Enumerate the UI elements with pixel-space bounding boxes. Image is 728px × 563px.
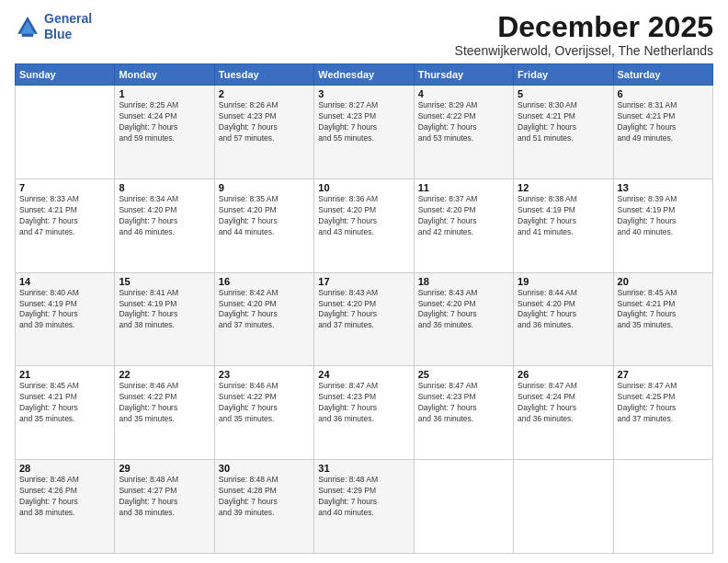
calendar-cell: 2Sunrise: 8:26 AMSunset: 4:23 PMDaylight… [214, 86, 313, 179]
calendar-cell: 23Sunrise: 8:46 AMSunset: 4:22 PMDayligh… [214, 366, 313, 460]
day-number: 24 [318, 369, 409, 380]
day-number: 8 [119, 182, 210, 193]
calendar-body: 1Sunrise: 8:25 AMSunset: 4:24 PMDaylight… [16, 86, 713, 554]
header-row: Sunday Monday Tuesday Wednesday Thursday… [16, 64, 713, 86]
day-number: 22 [119, 369, 210, 380]
month-title: December 2025 [455, 11, 713, 43]
calendar-cell: 20Sunrise: 8:45 AMSunset: 4:21 PMDayligh… [613, 272, 712, 366]
day-number: 16 [219, 276, 310, 287]
calendar-cell: 26Sunrise: 8:47 AMSunset: 4:24 PMDayligh… [514, 366, 613, 460]
day-number: 18 [418, 276, 509, 287]
calendar-cell [514, 460, 613, 554]
day-info: Sunrise: 8:34 AMSunset: 4:20 PMDaylight:… [119, 194, 210, 238]
calendar-cell: 19Sunrise: 8:44 AMSunset: 4:20 PMDayligh… [514, 272, 613, 366]
day-info: Sunrise: 8:30 AMSunset: 4:21 PMDaylight:… [518, 100, 609, 144]
day-info: Sunrise: 8:40 AMSunset: 4:19 PMDaylight:… [19, 288, 110, 332]
day-info: Sunrise: 8:48 AMSunset: 4:26 PMDaylight:… [19, 475, 110, 519]
calendar-cell: 22Sunrise: 8:46 AMSunset: 4:22 PMDayligh… [115, 366, 214, 460]
calendar-cell: 7Sunrise: 8:33 AMSunset: 4:21 PMDaylight… [16, 178, 115, 272]
day-info: Sunrise: 8:47 AMSunset: 4:23 PMDaylight:… [318, 381, 409, 425]
location: Steenwijkerwold, Overijssel, The Netherl… [455, 43, 713, 58]
calendar-cell: 27Sunrise: 8:47 AMSunset: 4:25 PMDayligh… [613, 366, 712, 460]
day-info: Sunrise: 8:25 AMSunset: 4:24 PMDaylight:… [119, 100, 210, 144]
calendar-week-2: 7Sunrise: 8:33 AMSunset: 4:21 PMDaylight… [16, 178, 713, 272]
calendar-cell: 1Sunrise: 8:25 AMSunset: 4:24 PMDaylight… [115, 86, 214, 179]
day-info: Sunrise: 8:26 AMSunset: 4:23 PMDaylight:… [219, 100, 310, 144]
day-info: Sunrise: 8:43 AMSunset: 4:20 PMDaylight:… [418, 288, 509, 332]
day-number: 26 [518, 369, 609, 380]
day-number: 11 [418, 182, 509, 193]
day-info: Sunrise: 8:43 AMSunset: 4:20 PMDaylight:… [318, 288, 409, 332]
day-info: Sunrise: 8:36 AMSunset: 4:20 PMDaylight:… [318, 194, 409, 238]
day-number: 6 [618, 88, 709, 99]
day-number: 23 [219, 369, 310, 380]
day-info: Sunrise: 8:44 AMSunset: 4:20 PMDaylight:… [518, 288, 609, 332]
day-number: 30 [219, 463, 310, 474]
logo-text: General Blue [44, 11, 92, 42]
calendar-cell: 8Sunrise: 8:34 AMSunset: 4:20 PMDaylight… [115, 178, 214, 272]
logo: General Blue [15, 11, 92, 42]
day-number: 27 [618, 369, 709, 380]
day-number: 1 [119, 88, 210, 99]
col-monday: Monday [115, 64, 214, 86]
page: General Blue December 2025 Steenwijkerwo… [0, 0, 728, 563]
calendar-cell: 3Sunrise: 8:27 AMSunset: 4:23 PMDaylight… [314, 86, 414, 179]
day-info: Sunrise: 8:45 AMSunset: 4:21 PMDaylight:… [19, 381, 110, 425]
day-info: Sunrise: 8:46 AMSunset: 4:22 PMDaylight:… [219, 381, 310, 425]
calendar-cell: 28Sunrise: 8:48 AMSunset: 4:26 PMDayligh… [16, 460, 115, 554]
header: General Blue December 2025 Steenwijkerwo… [15, 11, 713, 58]
calendar-cell [414, 460, 513, 554]
day-info: Sunrise: 8:29 AMSunset: 4:22 PMDaylight:… [418, 100, 509, 144]
day-info: Sunrise: 8:41 AMSunset: 4:19 PMDaylight:… [119, 288, 210, 332]
col-wednesday: Wednesday [314, 64, 414, 86]
day-info: Sunrise: 8:45 AMSunset: 4:21 PMDaylight:… [618, 288, 709, 332]
day-info: Sunrise: 8:48 AMSunset: 4:28 PMDaylight:… [219, 475, 310, 519]
calendar-cell: 5Sunrise: 8:30 AMSunset: 4:21 PMDaylight… [514, 86, 613, 179]
col-thursday: Thursday [414, 64, 513, 86]
calendar-cell: 24Sunrise: 8:47 AMSunset: 4:23 PMDayligh… [314, 366, 414, 460]
day-number: 20 [618, 276, 709, 287]
calendar-cell [613, 460, 712, 554]
day-number: 31 [318, 463, 409, 474]
day-info: Sunrise: 8:48 AMSunset: 4:29 PMDaylight:… [318, 475, 409, 519]
day-number: 13 [618, 182, 709, 193]
day-number: 19 [518, 276, 609, 287]
calendar-cell: 9Sunrise: 8:35 AMSunset: 4:20 PMDaylight… [214, 178, 313, 272]
col-saturday: Saturday [613, 64, 712, 86]
calendar-cell: 15Sunrise: 8:41 AMSunset: 4:19 PMDayligh… [115, 272, 214, 366]
logo-line1: General [44, 11, 92, 26]
day-info: Sunrise: 8:38 AMSunset: 4:19 PMDaylight:… [518, 194, 609, 238]
day-info: Sunrise: 8:48 AMSunset: 4:27 PMDaylight:… [119, 475, 210, 519]
day-number: 21 [19, 369, 110, 380]
calendar-cell: 4Sunrise: 8:29 AMSunset: 4:22 PMDaylight… [414, 86, 513, 179]
calendar-cell [16, 86, 115, 179]
day-number: 7 [19, 182, 110, 193]
col-tuesday: Tuesday [214, 64, 313, 86]
calendar-cell: 11Sunrise: 8:37 AMSunset: 4:20 PMDayligh… [414, 178, 513, 272]
day-number: 12 [518, 182, 609, 193]
day-info: Sunrise: 8:47 AMSunset: 4:23 PMDaylight:… [418, 381, 509, 425]
day-number: 5 [518, 88, 609, 99]
calendar-cell: 30Sunrise: 8:48 AMSunset: 4:28 PMDayligh… [214, 460, 313, 554]
calendar-cell: 6Sunrise: 8:31 AMSunset: 4:21 PMDaylight… [613, 86, 712, 179]
day-info: Sunrise: 8:35 AMSunset: 4:20 PMDaylight:… [219, 194, 310, 238]
svg-rect-2 [22, 34, 33, 37]
day-info: Sunrise: 8:31 AMSunset: 4:21 PMDaylight:… [618, 100, 709, 144]
calendar-cell: 25Sunrise: 8:47 AMSunset: 4:23 PMDayligh… [414, 366, 513, 460]
day-number: 14 [19, 276, 110, 287]
calendar-header: Sunday Monday Tuesday Wednesday Thursday… [16, 64, 713, 86]
day-number: 3 [318, 88, 409, 99]
day-number: 4 [418, 88, 509, 99]
calendar-cell: 21Sunrise: 8:45 AMSunset: 4:21 PMDayligh… [16, 366, 115, 460]
day-number: 29 [119, 463, 210, 474]
calendar-week-1: 1Sunrise: 8:25 AMSunset: 4:24 PMDaylight… [16, 86, 713, 179]
title-block: December 2025 Steenwijkerwold, Overijsse… [455, 11, 713, 58]
day-number: 10 [318, 182, 409, 193]
calendar-cell: 13Sunrise: 8:39 AMSunset: 4:19 PMDayligh… [613, 178, 712, 272]
day-number: 25 [418, 369, 509, 380]
calendar-cell: 14Sunrise: 8:40 AMSunset: 4:19 PMDayligh… [16, 272, 115, 366]
day-info: Sunrise: 8:27 AMSunset: 4:23 PMDaylight:… [318, 100, 409, 144]
calendar-week-4: 21Sunrise: 8:45 AMSunset: 4:21 PMDayligh… [16, 366, 713, 460]
calendar-week-3: 14Sunrise: 8:40 AMSunset: 4:19 PMDayligh… [16, 272, 713, 366]
calendar-cell: 18Sunrise: 8:43 AMSunset: 4:20 PMDayligh… [414, 272, 513, 366]
